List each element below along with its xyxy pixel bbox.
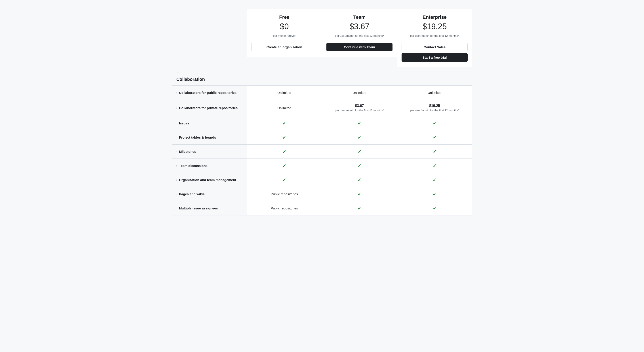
feature-name: Collaborators for public repositories <box>179 91 236 95</box>
features-container: › Collaborators for public repositories … <box>172 86 472 215</box>
feature-row: › Issues ✓✓✓ <box>172 116 472 130</box>
check-icon: ✓ <box>282 121 286 126</box>
feature-value: Unlimited <box>352 91 366 95</box>
chevron-icon: › <box>176 193 177 196</box>
check-icon: ✓ <box>358 121 361 126</box>
feature-name: Issues <box>179 121 190 125</box>
price-desc-small: per user/month for the first 12 months* <box>335 109 384 112</box>
feature-row: › Pages and wikis Public repositories✓✓ <box>172 187 472 201</box>
feature-name: Organization and team management <box>179 178 236 182</box>
chevron-icon: › <box>176 106 177 110</box>
check-icon: ✓ <box>433 206 436 211</box>
feature-free-cell: Public repositories <box>247 201 322 215</box>
section-title: Collaboration <box>176 76 242 84</box>
check-icon: ✓ <box>358 192 361 197</box>
feature-name-cell[interactable]: › Pages and wikis <box>172 187 247 201</box>
empty-header <box>172 9 247 18</box>
check-icon: ✓ <box>433 177 436 183</box>
contact-sales-button[interactable]: Contact Sales <box>402 43 468 51</box>
feature-row: › Organization and team management ✓✓✓ <box>172 173 472 187</box>
enterprise-plan-header: Enterprise $19.25 per user/month for the… <box>397 9 472 67</box>
check-icon: ✓ <box>433 149 436 154</box>
feature-team-cell: ✓ <box>322 159 397 173</box>
team-plan-name: Team <box>326 14 392 20</box>
feature-value: Unlimited <box>277 91 291 95</box>
price-amount: $19.25 <box>429 104 440 108</box>
check-icon: ✓ <box>358 163 361 168</box>
collaboration-icon: ⌃ <box>176 71 179 75</box>
feature-row: › Milestones ✓✓✓ <box>172 144 472 159</box>
pricing-page: Free $0 per month forever Create an orga… <box>167 0 477 224</box>
chevron-icon: › <box>176 150 177 153</box>
check-icon: ✓ <box>433 192 436 197</box>
check-icon: ✓ <box>433 121 436 126</box>
feature-name: Multiple issue assignees <box>179 206 218 210</box>
feature-enterprise-cell: ✓ <box>397 144 472 159</box>
free-plan-price: $0 <box>251 22 317 31</box>
feature-enterprise-cell: ✓ <box>397 201 472 215</box>
check-icon: ✓ <box>282 135 286 140</box>
price-amount: $3.67 <box>355 104 364 108</box>
feature-name-cell[interactable]: › Milestones <box>172 144 247 159</box>
feature-team-cell: ✓ <box>322 144 397 159</box>
enterprise-plan-price: $19.25 <box>402 22 468 31</box>
chevron-icon: › <box>176 136 177 139</box>
free-plan-header: Free $0 per month forever Create an orga… <box>247 9 322 57</box>
feature-row: › Project tables & boards ✓✓✓ <box>172 130 472 144</box>
feature-row: › Team discussions ✓✓✓ <box>172 159 472 173</box>
free-plan-name: Free <box>251 14 317 20</box>
feature-enterprise-cell: ✓ <box>397 187 472 201</box>
feature-free-cell: ✓ <box>247 144 322 159</box>
create-organization-button[interactable]: Create an organization <box>251 43 317 51</box>
feature-row: › Collaborators for public repositories … <box>172 86 472 100</box>
team-plan-price: $3.67 <box>326 22 392 31</box>
feature-name-cell[interactable]: › Project tables & boards <box>172 130 247 144</box>
section-label-cell: ⌃ Collaboration <box>172 67 247 86</box>
feature-name: Collaborators for private repositories <box>179 106 238 110</box>
price-sub: $19.25 per user/month for the first 12 m… <box>410 104 459 112</box>
feature-team-cell: ✓ <box>322 173 397 187</box>
price-sub: $3.67 per user/month for the first 12 mo… <box>335 104 384 112</box>
feature-name: Pages and wikis <box>179 192 205 196</box>
continue-with-team-button[interactable]: Continue with Team <box>326 43 392 51</box>
section-label-row: ⌃ Collaboration <box>172 67 472 86</box>
feature-enterprise-cell: ✓ <box>397 159 472 173</box>
feature-free-cell: ✓ <box>247 116 322 130</box>
feature-name: Milestones <box>179 150 196 153</box>
feature-name-cell[interactable]: › Collaborators for public repositories <box>172 86 247 100</box>
feature-team-cell: ✓ <box>322 116 397 130</box>
feature-enterprise-cell: $19.25 per user/month for the first 12 m… <box>397 100 472 116</box>
check-icon: ✓ <box>282 163 286 168</box>
feature-name: Project tables & boards <box>179 135 216 139</box>
feature-enterprise-cell: ✓ <box>397 116 472 130</box>
collapse-hint: ⌃ <box>176 71 242 75</box>
feature-name-cell[interactable]: › Multiple issue assignees <box>172 201 247 215</box>
check-icon: ✓ <box>282 149 286 154</box>
price-desc-small: per user/month for the first 12 months* <box>410 109 459 112</box>
feature-name-cell[interactable]: › Issues <box>172 116 247 130</box>
free-plan-price-desc: per month forever <box>251 32 317 39</box>
chevron-icon: › <box>176 164 177 167</box>
chevron-icon: › <box>176 179 177 182</box>
enterprise-plan-price-desc: per user/month for the first 12 months* <box>402 32 468 39</box>
feature-value: Unlimited <box>277 106 291 110</box>
feature-name-cell[interactable]: › Collaborators for private repositories <box>172 100 247 116</box>
check-icon: ✓ <box>433 163 436 168</box>
section-team-empty <box>322 67 397 86</box>
feature-free-cell: ✓ <box>247 159 322 173</box>
check-icon: ✓ <box>358 177 361 183</box>
feature-free-cell: ✓ <box>247 173 322 187</box>
feature-team-cell: Unlimited <box>322 86 397 100</box>
check-icon: ✓ <box>282 177 286 183</box>
section-free-empty <box>247 67 322 86</box>
start-free-trial-button[interactable]: Start a free trial <box>402 53 468 62</box>
feature-row: › Collaborators for private repositories… <box>172 100 472 116</box>
team-plan-header: Team $3.67 per user/month for the first … <box>322 9 397 57</box>
chevron-icon: › <box>176 122 177 125</box>
feature-team-cell: $3.67 per user/month for the first 12 mo… <box>322 100 397 116</box>
feature-name-cell[interactable]: › Organization and team management <box>172 173 247 187</box>
feature-name: Team discussions <box>179 164 208 167</box>
feature-free-cell: Unlimited <box>247 100 322 116</box>
feature-team-cell: ✓ <box>322 201 397 215</box>
feature-name-cell[interactable]: › Team discussions <box>172 159 247 173</box>
